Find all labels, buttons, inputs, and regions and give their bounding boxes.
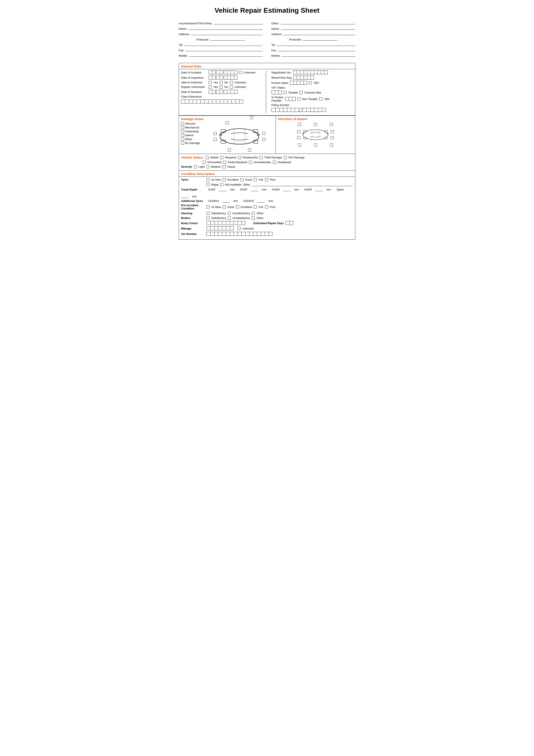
steering-unsat-cb[interactable] [228,212,231,215]
steering-other-cb[interactable] [252,212,255,215]
damage-top-cb[interactable] [226,121,229,124]
tread-nsf-input[interactable] [251,188,258,191]
impact-top-cb[interactable] [314,123,317,126]
left-name-input[interactable] [188,26,263,30]
damage-bottom-cb[interactable] [228,148,231,151]
non-taxable-cb[interactable] [297,97,300,100]
date-accident-unknown-cb[interactable] [239,71,242,74]
tyres-illegal-cb[interactable] [207,183,210,186]
left-tel-input[interactable] [184,42,263,46]
impact-left-cb[interactable] [297,130,300,133]
damage-allround[interactable]: Allround [181,122,203,125]
damage-underbody[interactable]: Underbody [181,130,203,133]
severity-medium-cb[interactable] [206,165,209,168]
right-tel-input[interactable] [277,42,355,46]
tyres-notavail-cb[interactable] [220,183,223,186]
left-postcode-input[interactable] [210,37,245,40]
vs-dismantled-cb[interactable] [203,161,206,164]
damage-allround-cb[interactable] [181,122,184,125]
estimated-repair-days-boxes[interactable] [286,221,293,225]
vs-theft-cb[interactable] [260,156,263,159]
excess-value-boxes[interactable] [290,81,307,85]
tread-osf-input[interactable] [219,188,226,191]
tyres-asnew-cb[interactable] [207,178,210,181]
tyres-good-cb[interactable] [241,178,243,181]
able-no-cb[interactable] [220,81,223,84]
vs-unroadworthy-cb[interactable] [249,161,252,164]
pa-excellent-cb[interactable] [236,205,239,208]
date-inspection-boxes[interactable] [209,76,238,80]
repairs-no-cb[interactable] [220,86,223,89]
portion-boxes[interactable] [285,97,296,101]
tread-spare-input[interactable] [181,195,189,198]
severity-heavy-cb[interactable] [223,165,226,168]
tyres-excellent-cb[interactable] [223,178,226,181]
mileage-boxes[interactable] [207,227,234,230]
vs-partly-cb[interactable] [223,161,226,164]
vat-taxable-cb[interactable] [284,91,287,94]
damage-left-cb[interactable] [214,132,216,135]
vs-fire-cb[interactable] [284,156,287,159]
left-mobile-input[interactable] [189,53,263,57]
damage-bottom2-cb[interactable] [248,148,251,151]
impact-top-left-cb[interactable] [298,123,301,126]
brakes-sat-cb[interactable] [207,217,210,220]
pa-fair-cb[interactable] [254,205,257,208]
damage-no-damage-cb[interactable] [181,142,184,145]
vin-number-boxes[interactable] [207,232,272,236]
tyres-other-field[interactable] [252,183,353,186]
damage-glass-cb[interactable] [181,138,184,141]
excess-tba-cb[interactable] [309,81,312,84]
right-name-input[interactable] [281,26,355,30]
damage-right-cb[interactable] [262,132,265,135]
damage-header-cb[interactable] [250,116,253,119]
body-colour-boxes[interactable] [207,221,245,225]
month-year-boxes[interactable] [293,76,314,80]
policy-number-boxes[interactable] [271,108,326,112]
portion-tba-cb[interactable] [319,97,322,100]
vat-box[interactable] [271,91,282,94]
impact-left2-cb[interactable] [297,136,300,139]
left-address-input[interactable] [191,32,263,35]
other-line[interactable] [280,21,355,24]
able-unknown-cb[interactable] [230,81,233,84]
impact-bottom-right-cb[interactable] [330,144,333,147]
add-tyres-osro-input[interactable] [222,199,230,202]
tread-nsr-input[interactable] [315,188,323,191]
vs-roadworthy-cb[interactable] [238,156,241,159]
claim-reference-boxes[interactable] [181,99,243,103]
repairs-unknown-cb[interactable] [230,86,233,89]
right-address-input[interactable] [284,32,355,35]
tyres-fair-cb[interactable] [254,178,257,181]
able-yes-cb[interactable] [209,81,212,84]
tyres-poor-cb[interactable] [265,178,268,181]
right-mobile-input[interactable] [282,53,355,57]
damage-interior[interactable]: Interior [181,134,203,137]
right-postcode-input[interactable] [303,37,338,40]
damage-mechanical-cb[interactable] [181,126,184,129]
brakes-unsat-cb[interactable] [228,217,231,220]
insured-line[interactable] [214,21,263,24]
impact-bottom-left-cb[interactable] [298,144,301,147]
impact-bottom-cb[interactable] [314,144,317,147]
damage-no-damage[interactable]: No Damage [181,141,203,145]
damage-mechanical[interactable]: Mechanical [181,126,203,129]
steering-sat-cb[interactable] [207,212,210,215]
pa-poor-cb[interactable] [265,205,268,208]
tread-osr-input[interactable] [283,188,291,191]
damage-interior-cb[interactable] [181,134,184,137]
impact-right-cb[interactable] [331,130,334,133]
pa-asnew-cb[interactable] [207,205,210,208]
impact-top-right-cb[interactable] [330,123,333,126]
pa-good-cb[interactable] [223,205,226,208]
reg-no-boxes[interactable] [293,70,328,74]
left-fax-input[interactable] [185,48,263,51]
vs-repaired-cb[interactable] [220,156,223,159]
impact-right2-cb[interactable] [331,136,334,139]
severity-light-cb[interactable] [194,165,197,168]
damage-left2-cb[interactable] [214,138,216,141]
damage-right2-cb[interactable] [262,138,265,141]
add-tyres-nsro-input[interactable] [257,199,265,202]
vs-vandalised-cb[interactable] [273,161,276,164]
right-fax-input[interactable] [278,48,355,51]
